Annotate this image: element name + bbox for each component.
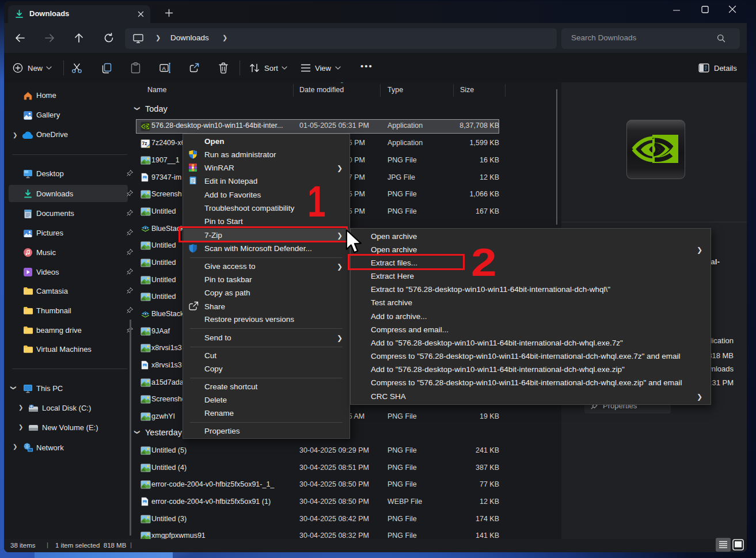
- svg-text:A: A: [162, 65, 166, 71]
